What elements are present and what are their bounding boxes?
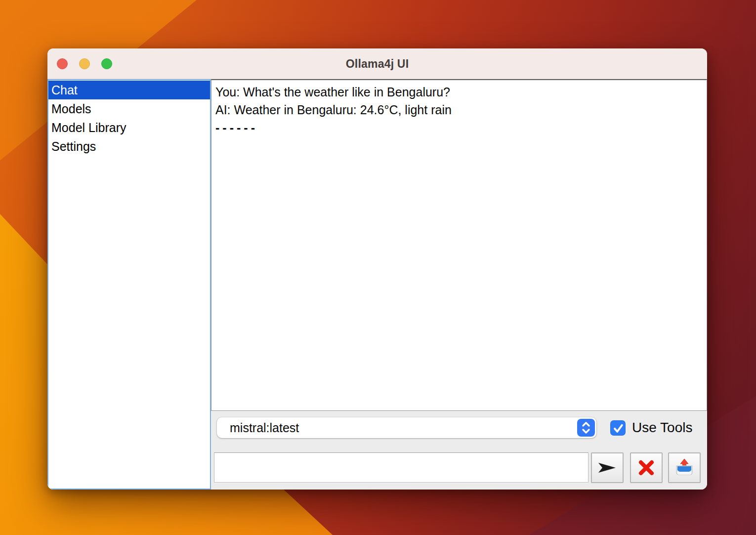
window-content: Chat Models Model Library Settings You: … — [47, 79, 707, 490]
chat-message-separator: ------ — [215, 119, 703, 136]
checkmark-icon — [612, 422, 625, 435]
red-x-icon — [637, 459, 655, 477]
sidebar-item-settings[interactable]: Settings — [48, 137, 210, 156]
sidebar-item-models[interactable]: Models — [48, 99, 210, 118]
load-button[interactable] — [668, 452, 701, 483]
sidebar-item-chat[interactable]: Chat — [48, 81, 210, 99]
use-tools-label[interactable]: Use Tools — [632, 420, 692, 436]
chat-transcript[interactable]: You: What's the weather like in Bengalur… — [211, 79, 707, 411]
chat-message-user: You: What's the weather like in Bengalur… — [215, 83, 703, 101]
outbox-tray-icon — [674, 458, 695, 477]
message-input[interactable] — [214, 452, 588, 483]
chat-pane: You: What's the weather like in Bengalur… — [211, 79, 707, 490]
up-down-chevrons-icon — [577, 419, 595, 437]
send-button[interactable] — [591, 452, 624, 483]
composer-panel: mistral:latest Use Tools — [211, 411, 707, 490]
send-arrow-icon — [598, 461, 617, 474]
model-select-value: mistral:latest — [230, 421, 299, 435]
app-window: Ollama4j UI Chat Models Model Library Se… — [47, 48, 707, 490]
use-tools-checkbox[interactable] — [610, 420, 626, 436]
chat-message-ai: AI: Weather in Bengaluru: 24.6°C, light … — [215, 101, 703, 119]
sidebar-nav-list: Chat Models Model Library Settings — [47, 79, 211, 490]
clear-button[interactable] — [630, 452, 663, 483]
title-bar[interactable]: Ollama4j UI — [47, 48, 707, 79]
model-select-dropdown[interactable]: mistral:latest — [217, 417, 596, 438]
sidebar-item-model-library[interactable]: Model Library — [48, 118, 210, 137]
window-title: Ollama4j UI — [47, 48, 707, 79]
